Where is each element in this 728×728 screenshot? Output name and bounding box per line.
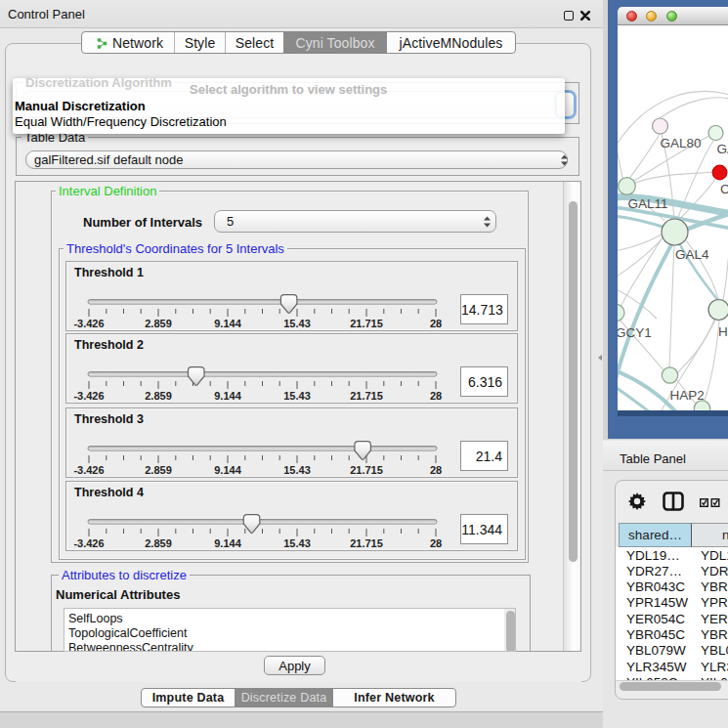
svg-text:GAL80: GAL80	[661, 136, 702, 150]
svg-text:15.43: 15.43	[283, 390, 311, 402]
svg-text:2.859: 2.859	[145, 390, 172, 402]
svg-text:21.715: 21.715	[350, 464, 383, 476]
svg-text:21.715: 21.715	[350, 537, 383, 549]
svg-text:28: 28	[430, 390, 442, 402]
svg-text:15.43: 15.43	[283, 537, 311, 549]
svg-text:28: 28	[430, 464, 442, 476]
svg-text:9.144: 9.144	[214, 390, 241, 402]
svg-text:28: 28	[430, 318, 442, 329]
svg-text:15.43: 15.43	[283, 464, 311, 476]
svg-text:CO: CO	[720, 182, 728, 196]
svg-text:9.144: 9.144	[214, 464, 241, 476]
svg-text:9.144: 9.144	[214, 318, 241, 329]
svg-text:-3.426: -3.426	[73, 390, 104, 402]
svg-text:HAP2: HAP2	[670, 388, 705, 403]
svg-text:-3.426: -3.426	[73, 318, 104, 329]
svg-text:21.715: 21.715	[350, 390, 383, 402]
svg-text:2.859: 2.859	[145, 318, 172, 329]
svg-text:2.859: 2.859	[145, 464, 172, 476]
svg-text:HI: HI	[718, 324, 728, 339]
svg-text:2.859: 2.859	[145, 537, 172, 549]
svg-text:9.144: 9.144	[214, 537, 241, 549]
svg-text:GA: GA	[717, 142, 728, 156]
svg-text:21.715: 21.715	[350, 318, 383, 329]
svg-text:15.43: 15.43	[283, 318, 311, 329]
svg-text:GAL4: GAL4	[675, 247, 709, 262]
svg-text:28: 28	[430, 537, 442, 549]
svg-text:GCY1: GCY1	[618, 325, 652, 340]
svg-text:GAL11: GAL11	[628, 196, 668, 211]
svg-text:-3.426: -3.426	[73, 537, 104, 549]
svg-text:-3.426: -3.426	[73, 464, 104, 476]
